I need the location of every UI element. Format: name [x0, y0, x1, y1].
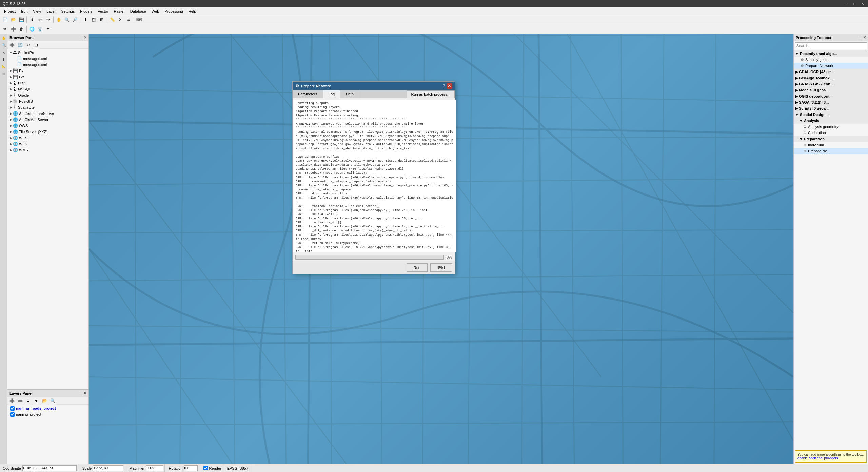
menu-vector[interactable]: Vector — [95, 8, 111, 14]
browser-item-wms[interactable]: ▶ 🌐 WMS — [7, 147, 88, 153]
browser-collapse-button[interactable]: ⊟ — [33, 41, 40, 49]
toolbox-item-simplify[interactable]: ⚙ Simplify geo... — [794, 57, 868, 63]
rotation-input[interactable] — [184, 465, 198, 471]
menu-database[interactable]: Database — [127, 8, 149, 14]
python-button[interactable]: ⌨ — [135, 16, 143, 23]
menu-project[interactable]: Project — [1, 8, 18, 14]
digitize-button[interactable]: ✒ — [44, 25, 52, 33]
identify-button[interactable]: ℹ — [82, 16, 89, 23]
browser-item-spatialite[interactable]: ▶ 🗄 SpatiaLite — [7, 104, 88, 110]
toolbox-item-preparation-section[interactable]: ▼ Preparation — [794, 136, 868, 142]
delete-feature-button[interactable]: 🗑 — [18, 25, 25, 33]
toolbox-item-analysis-geometry[interactable]: ⚙ Analysis geometry — [794, 124, 868, 130]
redo-button[interactable]: ↪ — [44, 16, 52, 23]
layers-remove-button[interactable]: ➖ — [16, 397, 24, 405]
select-button[interactable]: ⬚ — [90, 16, 97, 23]
browser-panel-float-button[interactable]: ⬜ — [78, 36, 82, 39]
browser-item-arcgisfeatureserver[interactable]: ▶ 🌐 ArcGisFeatureServer — [7, 110, 88, 117]
pan-button[interactable]: ✋ — [55, 16, 62, 23]
layers-tree[interactable]: nanjing_roads_project nanjing_project — [7, 405, 88, 464]
magnifier-input[interactable] — [146, 465, 163, 471]
toolbox-item-individual[interactable]: ⚙ Individual... — [794, 142, 868, 148]
dialog-close-btn[interactable]: 关闭 — [430, 263, 452, 272]
maximize-button[interactable]: □ — [852, 1, 857, 6]
dialog-tab-log[interactable]: Log — [323, 90, 340, 98]
toolbox-item-calibration[interactable]: ⚙ Calibration — [794, 130, 868, 136]
gps-button[interactable]: 📡 — [36, 25, 44, 33]
toolbox-section-recent[interactable]: ▼ Recently used algo... — [794, 50, 868, 57]
select-tool-button[interactable]: ↖ — [0, 49, 7, 56]
menu-layer[interactable]: Layer — [44, 8, 59, 14]
menu-plugins[interactable]: Plugins — [77, 8, 95, 14]
browser-item-socketpro[interactable]: ▼ 🖧 SocketPro — [7, 49, 88, 56]
dialog-close-button[interactable]: ✕ — [447, 83, 452, 89]
toolbox-close-button[interactable]: ✕ — [863, 36, 866, 39]
close-button[interactable]: ✕ — [860, 1, 865, 6]
layer-item-project[interactable]: nanjing_project — [7, 411, 88, 417]
dialog-log-text[interactable]: Converting outputs Loading resulting lay… — [294, 100, 456, 252]
browser-item-messages1[interactable]: 📄 messages.xml — [7, 56, 88, 62]
statusbar-epsg[interactable]: EPSG: 3857 — [226, 464, 250, 472]
menu-view[interactable]: View — [30, 8, 44, 14]
browser-item-wfs[interactable]: ▶ 🌐 WFS — [7, 141, 88, 147]
toolbox-section-qgis[interactable]: ▶ QGIS geooalgorit... — [794, 93, 868, 99]
browser-item-postgis[interactable]: ▶ 🐘 PostGIS — [7, 98, 88, 104]
layers-move-down-button[interactable]: ▼ — [33, 397, 40, 405]
dialog-tab-parameters[interactable]: Parameters — [293, 90, 323, 98]
dialog-run-batch-button[interactable]: Run as batch process... — [407, 90, 455, 98]
dialog-tab-help[interactable]: Help — [340, 90, 359, 98]
pan-tool-button[interactable]: ✋ — [0, 35, 7, 41]
layers-add-button[interactable]: ➕ — [8, 397, 16, 405]
new-project-button[interactable]: 📄 — [1, 16, 9, 23]
stats-button[interactable]: ≡ — [125, 16, 132, 23]
browser-item-messages2[interactable]: 📄 messages.xml — [7, 62, 88, 68]
layers-panel-close-button[interactable]: ✕ — [84, 391, 86, 395]
browser-refresh-button[interactable]: 🔄 — [16, 41, 24, 49]
coordinate-input[interactable] — [22, 465, 77, 471]
layers-move-up-button[interactable]: ▲ — [24, 397, 32, 405]
dialog-help-button[interactable]: ? — [443, 84, 445, 88]
zoom-out-button[interactable]: 🔎 — [71, 16, 79, 23]
browser-item-tile-server[interactable]: ▶ 🌐 Tile Server (XYZ) — [7, 129, 88, 135]
edit-mode-button[interactable]: ✏ — [1, 25, 9, 33]
toolbox-item-prepare-ne[interactable]: ⚙ Prepare Ne... — [794, 148, 868, 154]
menu-raster[interactable]: Raster — [111, 8, 127, 14]
browser-item-f-drive[interactable]: ▶ 💾 F:/ — [7, 68, 88, 74]
measure-tool-button[interactable]: 📐 — [0, 63, 7, 70]
browser-item-ows[interactable]: ▶ 🌐 OWS — [7, 123, 88, 129]
layers-panel-float-button[interactable]: ⬜ — [78, 391, 82, 395]
layer-item-roads[interactable]: nanjing_roads_project — [7, 405, 88, 411]
toolbox-section-scripts[interactable]: ▶ Scripts [0 geoa... — [794, 105, 868, 111]
undo-button[interactable]: ↩ — [36, 16, 44, 23]
identify-tool-button[interactable]: ℹ — [0, 56, 7, 63]
menu-edit[interactable]: Edit — [18, 8, 30, 14]
save-project-button[interactable]: 💾 — [18, 16, 25, 23]
browser-filter-button[interactable]: ⚙ — [24, 41, 32, 49]
toolbox-tip-link[interactable]: enable additional providers. — [797, 456, 839, 460]
render-checkbox[interactable] — [203, 466, 208, 470]
menu-processing[interactable]: Processing — [162, 8, 185, 14]
zoom-in-button[interactable]: 🔍 — [63, 16, 71, 23]
map-area[interactable]: ⚙ Prepare Network ? ✕ Parameters Log Hel… — [89, 34, 793, 464]
toolbox-section-spatial-design[interactable]: ▼ Spatial Design ... — [794, 111, 868, 118]
browser-item-g-drive[interactable]: ▶ 💾 G:/ — [7, 74, 88, 80]
sum-button[interactable]: Σ — [117, 16, 124, 23]
browser-item-mssql[interactable]: ▶ 🗄 MSSQL — [7, 86, 88, 92]
menu-help[interactable]: Help — [186, 8, 199, 14]
browser-item-wcs[interactable]: ▶ 🌐 WCS — [7, 135, 88, 141]
print-button[interactable]: 🖨 — [28, 16, 36, 23]
browser-panel-close-button[interactable]: ✕ — [84, 36, 86, 39]
toolbox-tree[interactable]: ▼ Recently used algo... ⚙ Simplify geo..… — [794, 50, 868, 449]
layers-open-button[interactable]: 📂 — [41, 397, 48, 405]
layer-roads-checkbox[interactable] — [10, 406, 15, 411]
toolbox-item-analysis-section[interactable]: ▼ Analysis — [794, 118, 868, 124]
open-project-button[interactable]: 📂 — [9, 16, 17, 23]
crs-button[interactable]: 🌐 — [28, 25, 36, 33]
toolbox-section-saga[interactable]: ▶ SAGA (3.2.2) [3... — [794, 99, 868, 105]
layer-project-checkbox[interactable] — [10, 412, 15, 417]
minimize-button[interactable]: — — [844, 1, 849, 6]
scale-input[interactable] — [93, 465, 123, 471]
deselect-button[interactable]: ⊞ — [98, 16, 105, 23]
toolbox-item-prepare-network[interactable]: ⚙ Prepare Network — [794, 63, 868, 69]
dialog-run-button[interactable]: Run — [407, 263, 428, 272]
